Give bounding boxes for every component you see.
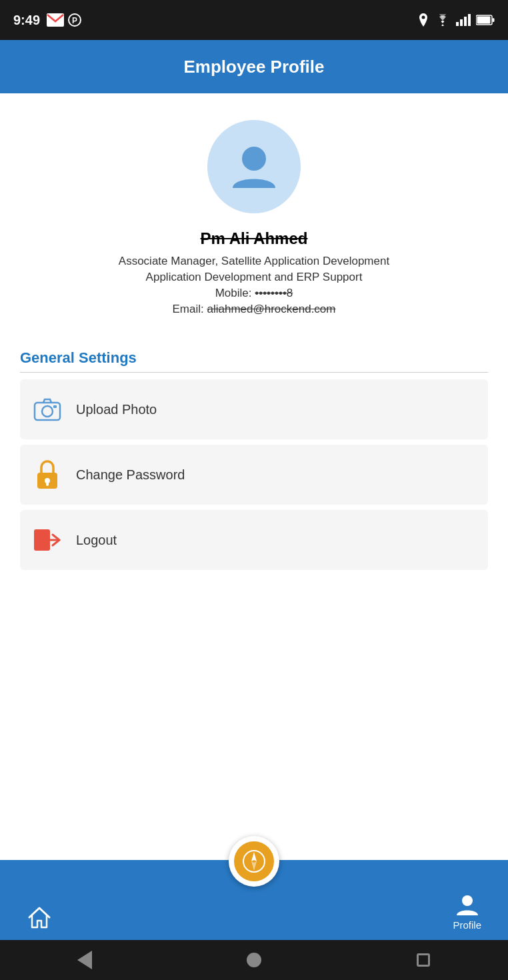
fab-button[interactable]	[229, 836, 279, 887]
phone-frame: 9:49 P	[0, 0, 508, 980]
svg-rect-10	[477, 17, 491, 24]
profile-name: Pm Ali Ahmed	[201, 229, 308, 248]
change-password-item[interactable]: Change Password	[20, 445, 488, 505]
back-button[interactable]	[68, 943, 101, 977]
system-nav-bar	[0, 940, 508, 980]
wifi-icon	[435, 14, 451, 26]
svg-point-24	[462, 895, 473, 906]
settings-list: Upload Photo Change Password	[20, 379, 488, 575]
nav-home-item[interactable]	[27, 905, 52, 931]
settings-title: General Settings	[20, 349, 488, 367]
logout-label: Logout	[76, 533, 117, 548]
profile-section: Pm Ali Ahmed Associate Manager, Satellit…	[0, 93, 508, 336]
back-icon	[77, 951, 92, 969]
status-time: 9:49	[13, 13, 40, 28]
svg-rect-8	[468, 14, 471, 26]
content-spacer	[0, 575, 508, 860]
logout-icon	[32, 525, 63, 555]
status-icons-left: P	[47, 13, 81, 27]
bottom-nav: Profile	[0, 860, 508, 940]
profile-mobile: Mobile: ••••••••8	[215, 287, 293, 300]
avatar	[207, 120, 301, 213]
svg-rect-5	[456, 22, 459, 26]
battery-icon	[476, 15, 495, 25]
email-label: Email:	[173, 303, 204, 315]
profile-icon	[455, 894, 479, 917]
home-icon	[27, 905, 52, 931]
svg-point-4	[442, 25, 444, 27]
mobile-label: Mobile:	[215, 287, 252, 299]
status-left: 9:49 P	[13, 13, 81, 28]
settings-divider	[20, 372, 488, 373]
fab-container	[229, 836, 279, 887]
lock-icon	[32, 459, 63, 490]
svg-marker-22	[251, 852, 257, 861]
svg-point-14	[42, 406, 53, 417]
app-bar-title: Employee Profile	[184, 57, 325, 77]
svg-rect-11	[493, 18, 495, 22]
profile-designation: Associate Manager, Satellite Application…	[119, 255, 389, 268]
email-value: aliahmed@hrockend.com	[207, 303, 335, 315]
parking-icon: P	[68, 13, 81, 27]
profile-email: Email: aliahmed@hrockend.com	[173, 303, 336, 316]
home-button[interactable]	[237, 943, 271, 977]
svg-point-12	[242, 147, 266, 171]
location-icon	[417, 13, 429, 27]
change-password-label: Change Password	[76, 467, 185, 483]
nav-profile-item[interactable]: Profile	[453, 894, 481, 931]
recent-icon	[417, 953, 430, 967]
svg-rect-18	[46, 482, 49, 486]
app-bar: Employee Profile	[0, 40, 508, 93]
upload-photo-label: Upload Photo	[76, 402, 157, 417]
svg-rect-6	[460, 19, 463, 26]
recent-button[interactable]	[407, 943, 440, 977]
logout-item[interactable]: Logout	[20, 510, 488, 570]
compass-icon	[234, 841, 274, 881]
upload-photo-item[interactable]: Upload Photo	[20, 379, 488, 439]
settings-section: General Settings Upload Photo	[0, 336, 508, 575]
svg-point-3	[422, 16, 425, 19]
main-content: Pm Ali Ahmed Associate Manager, Satellit…	[0, 93, 508, 860]
gmail-icon	[47, 13, 64, 27]
status-bar: 9:49 P	[0, 0, 508, 40]
mobile-value: ••••••••8	[255, 287, 293, 299]
home-nav-icon	[247, 953, 261, 967]
status-right	[417, 13, 495, 27]
avatar-icon	[227, 140, 281, 193]
svg-rect-7	[464, 17, 467, 26]
svg-rect-15	[53, 405, 57, 408]
signal-icon	[456, 14, 471, 26]
camera-icon	[32, 394, 63, 425]
profile-department: Application Development and ERP Support	[146, 271, 363, 284]
svg-marker-23	[251, 861, 257, 871]
nav-profile-label: Profile	[453, 919, 481, 931]
svg-text:P: P	[72, 16, 77, 25]
